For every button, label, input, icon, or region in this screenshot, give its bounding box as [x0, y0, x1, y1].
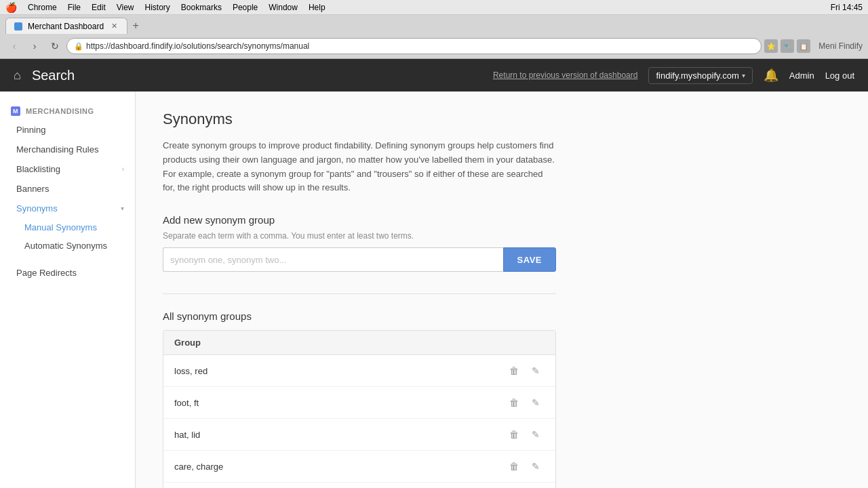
edit-icon[interactable]: ✎ — [527, 458, 545, 475]
browser-chrome: Merchant Dashboard ✕ + ‹ › ↻ 🔒 https://d… — [0, 15, 868, 59]
sidebar-item-merch-rules-label: Merchandising Rules — [16, 144, 98, 155]
prev-version-link[interactable]: Return to previous version of dashboard — [493, 70, 637, 80]
row-actions: 🗑 ✎ — [505, 394, 545, 411]
sidebar-item-merchandising-rules[interactable]: Merchandising Rules — [0, 140, 135, 159]
add-group-hint: Separate each term with a comma. You mus… — [163, 231, 841, 241]
synonym-input[interactable] — [163, 247, 503, 272]
sidebar-item-page-redirects-label: Page Redirects — [16, 268, 77, 278]
sidebar-subitem-auto-label: Automatic Synonyms — [24, 241, 107, 251]
table-row: loss, red 🗑 ✎ — [163, 355, 555, 387]
app-title: Search — [32, 68, 75, 83]
chevron-down-icon: ▾ — [121, 205, 124, 212]
menu-window[interactable]: Window — [269, 3, 298, 12]
sidebar-item-blacklisting-label: Blacklisting — [16, 164, 60, 174]
add-group-title: Add new synonym group — [163, 214, 841, 226]
tab-favicon — [14, 22, 22, 30]
all-groups-title: All synonym groups — [163, 310, 841, 322]
sidebar-item-synonyms-label: Synonyms — [16, 203, 58, 214]
mac-menubar: 🍎 Chrome File Edit View History Bookmark… — [0, 0, 868, 15]
extension-btn-2[interactable]: 🔧 — [781, 39, 794, 53]
add-group-form: SAVE — [163, 247, 556, 272]
extension-btn-3[interactable]: 📋 — [797, 39, 810, 53]
browser-user: Meni Findify — [818, 41, 863, 51]
menu-bookmarks[interactable]: Bookmarks — [181, 3, 222, 12]
sidebar-section-merchandising: M MERCHANDISING — [0, 102, 135, 120]
table-row: foot, ft 🗑 ✎ — [163, 387, 555, 419]
row-actions: 🗑 ✎ — [505, 426, 545, 443]
browser-actions: ⭐ 🔧 📋 — [764, 39, 810, 53]
sidebar-subitem-manual-label: Manual Synonyms — [24, 222, 97, 232]
browser-tab[interactable]: Merchant Dashboard ✕ — [5, 18, 127, 34]
chevron-right-icon: › — [122, 165, 124, 173]
menu-view[interactable]: View — [117, 3, 134, 12]
row-text: loss, red — [174, 366, 505, 376]
shop-name: findify.myshopify.com — [656, 70, 738, 81]
groups-table-header: Group — [163, 331, 555, 355]
page-title: Synonyms — [163, 110, 841, 128]
menu-edit[interactable]: Edit — [92, 3, 106, 12]
sidebar-item-pinning[interactable]: Pinning — [0, 120, 135, 140]
menu-history[interactable]: History — [145, 3, 170, 12]
delete-icon[interactable]: 🗑 — [505, 394, 523, 411]
table-row: hat, lid 🗑 ✎ — [163, 419, 555, 451]
delete-icon[interactable]: 🗑 — [505, 458, 523, 475]
extension-btn-1[interactable]: ⭐ — [764, 39, 778, 53]
edit-icon[interactable]: ✎ — [527, 426, 545, 443]
sidebar: M MERCHANDISING Pinning Merchandising Ru… — [0, 92, 136, 488]
sidebar-item-page-redirects[interactable]: Page Redirects — [0, 263, 135, 283]
browser-nav: ‹ › ↻ 🔒 https://dashboard.findify.io/sol… — [0, 34, 868, 58]
shop-selector[interactable]: findify.myshopify.com ▾ — [648, 67, 752, 84]
row-text: hat, lid — [174, 430, 505, 440]
edit-icon[interactable]: ✎ — [527, 394, 545, 411]
notification-icon[interactable]: 🔔 — [764, 68, 778, 83]
save-button[interactable]: SAVE — [503, 247, 556, 272]
menu-file[interactable]: File — [68, 3, 81, 12]
menu-people[interactable]: People — [233, 3, 258, 12]
delete-icon[interactable]: 🗑 — [505, 426, 523, 443]
logout-button[interactable]: Log out — [825, 70, 854, 81]
menu-chrome[interactable]: Chrome — [28, 3, 57, 12]
row-text: care, charge — [174, 462, 505, 472]
sidebar-item-banners-label: Banners — [16, 184, 49, 194]
new-tab-button[interactable]: + — [127, 18, 144, 34]
tab-close-button[interactable]: ✕ — [109, 22, 119, 31]
sidebar-subitem-automatic-synonyms[interactable]: Automatic Synonyms — [0, 237, 135, 255]
app-header: ⌂ Search Return to previous version of d… — [0, 59, 868, 92]
reload-button[interactable]: ↻ — [46, 37, 64, 55]
table-row: care, charge 🗑 ✎ — [163, 451, 555, 483]
home-icon[interactable]: ⌂ — [14, 68, 21, 83]
tab-title: Merchant Dashboard — [28, 22, 104, 31]
back-button[interactable]: ‹ — [5, 37, 23, 55]
row-actions: 🗑 ✎ — [505, 458, 545, 475]
sidebar-item-synonyms[interactable]: Synonyms ▾ — [0, 199, 135, 218]
app-body: M MERCHANDISING Pinning Merchandising Ru… — [0, 92, 868, 488]
address-bar[interactable]: 🔒 https://dashboard.findify.io/solutions… — [66, 38, 762, 54]
browser-tabs: Merchant Dashboard ✕ + — [0, 15, 868, 34]
sidebar-section-label: MERCHANDISING — [26, 107, 94, 115]
edit-icon[interactable]: ✎ — [527, 362, 545, 380]
apple-menu[interactable]: 🍎 — [5, 2, 17, 13]
main-content: Synonyms Create synonym groups to improv… — [136, 92, 868, 488]
url-text: https://dashboard.findify.io/solutions/s… — [86, 41, 309, 51]
sidebar-item-banners[interactable]: Banners — [0, 179, 135, 199]
page-description: Create synonym groups to improve product… — [163, 139, 556, 195]
table-row: gloves, baseball.gloves, receivergloves,… — [163, 483, 555, 488]
menu-help[interactable]: Help — [309, 3, 326, 12]
row-text: foot, ft — [174, 398, 505, 408]
forward-button[interactable]: › — [26, 37, 43, 55]
divider — [163, 293, 556, 294]
delete-icon[interactable]: 🗑 — [505, 362, 523, 380]
chevron-down-icon: ▾ — [742, 72, 745, 79]
secure-icon: 🔒 — [74, 42, 83, 51]
sidebar-subitem-manual-synonyms[interactable]: Manual Synonyms — [0, 218, 135, 237]
sidebar-item-pinning-label: Pinning — [16, 125, 45, 135]
system-time: Fri 14:45 — [831, 3, 863, 12]
merchandising-icon: M — [11, 106, 20, 116]
sidebar-item-blacklisting[interactable]: Blacklisting › — [0, 159, 135, 179]
row-actions: 🗑 ✎ — [505, 362, 545, 380]
groups-table: Group loss, red 🗑 ✎ foot, ft 🗑 ✎ hat, li… — [163, 330, 556, 488]
admin-label[interactable]: Admin — [789, 70, 814, 81]
